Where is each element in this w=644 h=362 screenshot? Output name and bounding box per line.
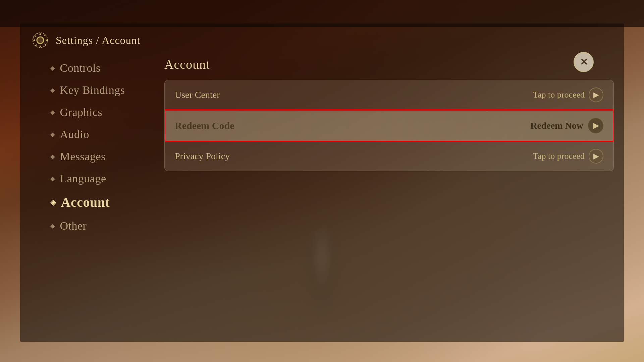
redeem-code-label: Redeem Code [175, 120, 234, 131]
account-content-box: User Center Tap to proceed ▶ Redeem Code… [164, 80, 614, 171]
sidebar-item-controls[interactable]: ◆ Controls [47, 57, 154, 79]
sidebar-item-account[interactable]: ◈ Account [47, 190, 154, 215]
sidebar-item-language[interactable]: ◆ Language [47, 168, 154, 190]
redeem-now-label: Redeem Now [530, 120, 583, 131]
redeem-code-row[interactable]: Redeem Code Redeem Now ▶ [165, 110, 613, 141]
privacy-policy-arrow[interactable]: ▶ [589, 149, 603, 164]
bullet-messages: ◆ [50, 153, 55, 160]
sidebar-item-key-bindings[interactable]: ◆ Key Bindings [47, 79, 154, 101]
bullet-key-bindings: ◆ [50, 86, 55, 94]
gear-icon [30, 30, 50, 50]
user-center-label: User Center [175, 89, 220, 100]
sidebar: ◆ Controls ◆ Key Bindings ◆ Graphics ◆ A… [47, 57, 154, 237]
top-bar [0, 0, 644, 27]
svg-point-0 [37, 37, 44, 44]
redeem-code-action: Redeem Now ▶ [530, 118, 603, 133]
bullet-other: ◆ [50, 222, 55, 230]
sidebar-item-audio[interactable]: ◆ Audio [47, 123, 154, 145]
sidebar-item-graphics[interactable]: ◆ Graphics [47, 101, 154, 123]
privacy-policy-action-label: Tap to proceed [533, 151, 585, 161]
settings-panel: Settings / Account ✕ ◆ Controls ◆ Key Bi… [20, 23, 624, 342]
bullet-graphics: ◆ [50, 109, 55, 116]
bullet-audio: ◆ [50, 131, 55, 138]
privacy-policy-row[interactable]: Privacy Policy Tap to proceed ▶ [165, 141, 613, 171]
privacy-policy-action: Tap to proceed ▶ [533, 149, 603, 164]
redeem-now-arrow[interactable]: ▶ [588, 118, 603, 133]
sidebar-item-other[interactable]: ◆ Other [47, 215, 154, 237]
user-center-arrow[interactable]: ▶ [589, 87, 603, 102]
user-center-action-label: Tap to proceed [533, 90, 585, 100]
main-content: Account User Center Tap to proceed ▶ Red… [164, 57, 614, 171]
privacy-policy-label: Privacy Policy [175, 151, 230, 162]
breadcrumb: Settings / Account [56, 34, 141, 47]
bullet-account: ◈ [50, 198, 56, 207]
settings-header: Settings / Account [20, 23, 624, 57]
bullet-language: ◆ [50, 175, 55, 182]
bullet-controls: ◆ [50, 64, 55, 72]
sidebar-item-messages[interactable]: ◆ Messages [47, 145, 154, 168]
user-center-action: Tap to proceed ▶ [533, 87, 603, 102]
user-center-row[interactable]: User Center Tap to proceed ▶ [165, 80, 613, 110]
section-title: Account [164, 57, 614, 72]
